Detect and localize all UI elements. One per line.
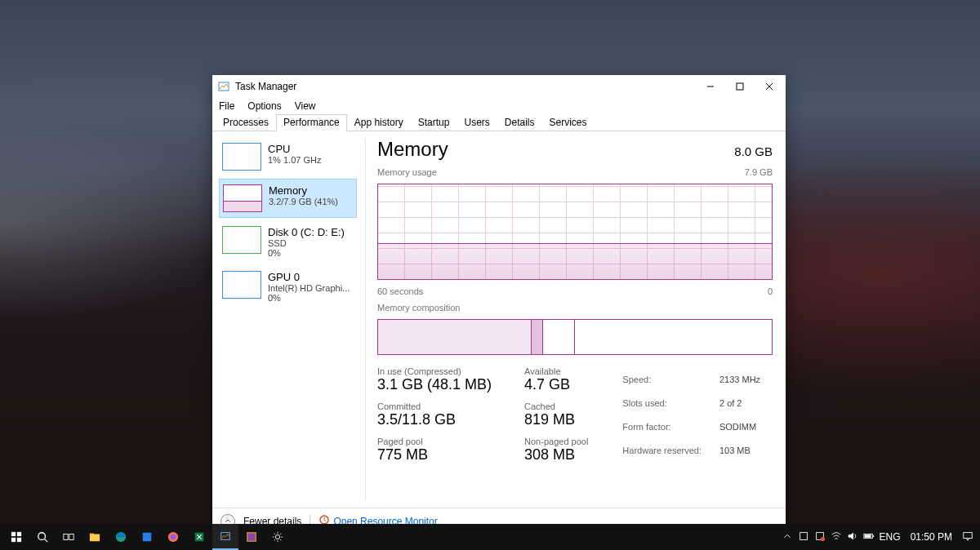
tray-language[interactable]: ENG bbox=[880, 531, 901, 543]
taskbar[interactable]: ENG 01:50 PM bbox=[0, 524, 980, 550]
memory-sub: 3.2/7.9 GB (41%) bbox=[269, 197, 338, 206]
svg-rect-20 bbox=[800, 532, 807, 539]
svg-rect-8 bbox=[64, 534, 68, 540]
tray-volume-icon[interactable] bbox=[847, 530, 858, 544]
memory-composition-chart bbox=[377, 319, 773, 355]
app-icon bbox=[217, 80, 230, 93]
edge-icon[interactable] bbox=[108, 524, 134, 550]
svg-point-7 bbox=[38, 533, 46, 540]
svg-rect-11 bbox=[90, 534, 94, 536]
committed-label: Committed bbox=[377, 401, 492, 411]
cpu-thumbnail-graph bbox=[222, 143, 261, 171]
menu-file[interactable]: File bbox=[217, 100, 236, 112]
nonpaged-label: Non-paged pool bbox=[524, 437, 588, 446]
disk-sub1: SSD bbox=[268, 238, 345, 248]
system-tray[interactable]: ENG 01:50 PM bbox=[782, 530, 977, 544]
disk-thumbnail-graph bbox=[222, 226, 261, 254]
available-value: 4.7 GB bbox=[524, 376, 588, 393]
gpu-sub2: 0% bbox=[268, 293, 350, 303]
svg-point-22 bbox=[820, 536, 824, 540]
app-icon-2[interactable] bbox=[238, 524, 265, 550]
sidebar-item-disk[interactable]: Disk 0 (C: D: E:) SSD 0% bbox=[219, 221, 357, 263]
tab-details[interactable]: Details bbox=[497, 114, 542, 131]
svg-rect-18 bbox=[247, 533, 256, 542]
disk-sub2: 0% bbox=[268, 248, 345, 258]
gpu-sub1: Intel(R) HD Graphi... bbox=[268, 283, 350, 293]
tray-battery-icon[interactable] bbox=[863, 530, 875, 544]
svg-rect-13 bbox=[143, 533, 152, 542]
tab-processes[interactable]: Processes bbox=[216, 114, 276, 131]
cpu-title: CPU bbox=[268, 143, 321, 155]
tray-clock[interactable]: 01:50 PM bbox=[906, 531, 957, 543]
cached-label: Cached bbox=[524, 401, 588, 411]
slots-value: 2 of 2 bbox=[719, 392, 760, 414]
app-icon-1[interactable] bbox=[134, 524, 160, 550]
tab-performance[interactable]: Performance bbox=[276, 114, 347, 131]
start-button[interactable] bbox=[3, 524, 29, 550]
svg-rect-0 bbox=[219, 82, 229, 91]
tab-startup[interactable]: Startup bbox=[411, 114, 457, 131]
speed-value: 2133 MHz bbox=[719, 368, 760, 390]
maximize-button[interactable] bbox=[725, 76, 755, 97]
menu-options[interactable]: Options bbox=[246, 100, 283, 112]
sidebar-item-memory[interactable]: Memory 3.2/7.9 GB (41%) bbox=[219, 179, 357, 218]
task-manager-taskbar-icon[interactable] bbox=[212, 524, 238, 550]
axis-left: 60 seconds bbox=[377, 286, 423, 296]
search-button[interactable] bbox=[29, 524, 56, 550]
svg-rect-5 bbox=[11, 538, 16, 542]
tab-services[interactable]: Services bbox=[542, 114, 595, 131]
close-button[interactable] bbox=[755, 76, 784, 97]
in-use-label: In use (Compressed) bbox=[377, 366, 492, 376]
axis-right: 0 bbox=[768, 286, 773, 296]
file-explorer-icon[interactable] bbox=[82, 524, 108, 550]
settings-icon[interactable] bbox=[265, 524, 291, 550]
composition-label: Memory composition bbox=[377, 303, 460, 313]
tray-notifications-icon[interactable] bbox=[962, 530, 973, 544]
task-manager-window: Task Manager File Options View Processes… bbox=[212, 75, 786, 534]
tab-users[interactable]: Users bbox=[457, 114, 497, 131]
capacity-value: 8.0 GB bbox=[734, 144, 773, 158]
committed-value: 3.5/11.8 GB bbox=[377, 411, 492, 428]
svg-rect-1 bbox=[737, 83, 743, 90]
tray-chevron-icon[interactable] bbox=[782, 530, 793, 544]
memory-title: Memory bbox=[269, 184, 338, 197]
svg-rect-17 bbox=[221, 533, 230, 540]
usage-max: 7.9 GB bbox=[745, 167, 773, 177]
tray-security-icon[interactable] bbox=[814, 530, 826, 544]
memory-info-table: Speed:2133 MHz Slots used:2 of 2 Form fa… bbox=[621, 366, 762, 464]
paged-value: 775 MB bbox=[377, 446, 492, 464]
memory-thumbnail-graph bbox=[223, 184, 262, 212]
titlebar[interactable]: Task Manager bbox=[212, 75, 786, 98]
firefox-icon[interactable] bbox=[160, 524, 186, 550]
tab-app-history[interactable]: App history bbox=[347, 114, 411, 131]
form-factor-value: SODIMM bbox=[719, 416, 760, 438]
tray-wifi-icon[interactable] bbox=[831, 530, 842, 544]
gpu-thumbnail-graph bbox=[222, 271, 261, 299]
svg-rect-3 bbox=[11, 532, 16, 536]
paged-label: Paged pool bbox=[377, 437, 492, 446]
svg-rect-24 bbox=[872, 535, 874, 537]
task-view-button[interactable] bbox=[56, 524, 82, 550]
menu-view[interactable]: View bbox=[293, 100, 318, 112]
available-label: Available bbox=[524, 366, 588, 376]
disk-title: Disk 0 (C: D: E:) bbox=[268, 226, 345, 238]
svg-rect-25 bbox=[864, 534, 871, 538]
sidebar-item-gpu[interactable]: GPU 0 Intel(R) HD Graphi... 0% bbox=[219, 266, 357, 308]
svg-point-15 bbox=[171, 534, 176, 540]
in-use-value: 3.1 GB (48.1 MB) bbox=[377, 376, 492, 393]
minimize-button[interactable] bbox=[696, 76, 725, 97]
svg-rect-6 bbox=[17, 538, 21, 542]
tray-onedrive-icon[interactable] bbox=[798, 530, 809, 544]
cpu-sub: 1% 1.07 GHz bbox=[268, 155, 321, 165]
nonpaged-value: 308 MB bbox=[524, 446, 588, 464]
cached-value: 819 MB bbox=[524, 411, 588, 428]
sidebar-item-cpu[interactable]: CPU 1% 1.07 GHz bbox=[219, 138, 357, 175]
page-title: Memory bbox=[377, 138, 448, 161]
excel-icon[interactable] bbox=[186, 524, 212, 550]
menubar: File Options View bbox=[212, 98, 786, 114]
svg-rect-9 bbox=[69, 534, 74, 540]
usage-label: Memory usage bbox=[377, 167, 437, 177]
svg-rect-26 bbox=[964, 532, 973, 538]
memory-usage-chart bbox=[377, 184, 773, 280]
svg-point-19 bbox=[275, 534, 279, 539]
